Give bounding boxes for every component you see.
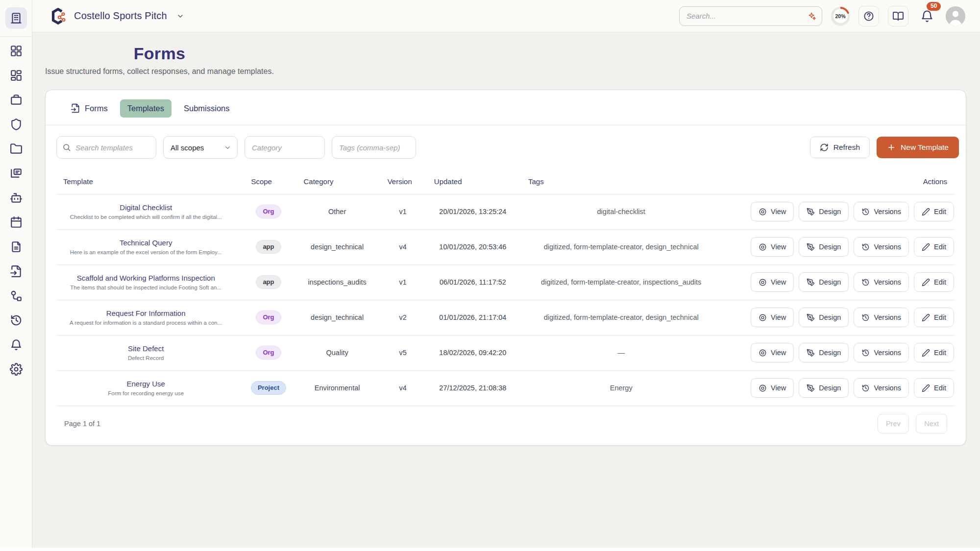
column-template: Template: [56, 169, 235, 194]
sidebar-item-active-building[interactable]: [5, 7, 27, 29]
global-search-input[interactable]: [679, 6, 822, 26]
tags-filter-input[interactable]: [332, 136, 416, 159]
category-cell: inspections_audits: [302, 264, 373, 300]
new-template-button[interactable]: New Template: [877, 137, 959, 158]
scope-badge: Org: [256, 311, 281, 324]
design-button[interactable]: Design: [799, 343, 849, 362]
avatar[interactable]: [946, 6, 965, 26]
history-icon[interactable]: [10, 314, 23, 327]
history-icon: [861, 384, 870, 392]
briefcase-icon[interactable]: [10, 94, 23, 106]
view-button[interactable]: View: [751, 308, 794, 327]
view-button[interactable]: View: [751, 343, 794, 362]
design-button[interactable]: Design: [799, 308, 849, 327]
shield-icon[interactable]: [10, 118, 23, 131]
table-row[interactable]: Site Defect Defect Record Org Quality v5…: [56, 335, 955, 370]
view-button[interactable]: View: [751, 272, 794, 292]
workflow-icon[interactable]: [10, 289, 23, 302]
scope-select[interactable]: All scopes: [163, 136, 238, 159]
versions-button[interactable]: Versions: [854, 343, 909, 362]
docs-button[interactable]: [888, 6, 908, 26]
versions-button[interactable]: Versions: [854, 202, 909, 221]
tab-submissions[interactable]: Submissions: [176, 99, 237, 118]
edit-button[interactable]: Edit: [914, 202, 954, 221]
template-name[interactable]: Site Defect: [56, 344, 235, 353]
tags-cell: digital-checklist: [513, 194, 730, 229]
version-cell: v5: [373, 335, 433, 370]
column-scope: Scope: [235, 169, 301, 194]
help-button[interactable]: [858, 6, 879, 26]
design-button[interactable]: Design: [799, 272, 849, 292]
page-title: Forms: [45, 44, 274, 63]
template-name[interactable]: Energy Use: [56, 380, 235, 388]
action-label: Versions: [874, 243, 901, 251]
table-row[interactable]: Technical Query Here is an example of th…: [56, 229, 955, 264]
edit-button[interactable]: Edit: [914, 378, 954, 398]
templates-table: Template Scope Category Version Updated …: [56, 169, 955, 406]
tab-forms[interactable]: Forms: [63, 99, 115, 118]
usage-progress-ring[interactable]: 20%: [831, 7, 850, 25]
template-name[interactable]: Scaffold and Working Platforms Inspectio…: [56, 274, 235, 282]
history-icon: [861, 278, 870, 287]
prev-page-button[interactable]: Prev: [878, 414, 909, 433]
settings-icon[interactable]: [10, 363, 23, 376]
chevron-down-icon: [176, 12, 184, 20]
pen-tool-icon: [807, 313, 815, 322]
action-label: Versions: [874, 384, 901, 392]
edit-button[interactable]: Edit: [914, 343, 954, 362]
versions-button[interactable]: Versions: [854, 308, 909, 327]
org-switcher[interactable]: Costello Sports Pitch: [49, 7, 184, 25]
updated-cell: 06/01/2026, 11:17:52: [433, 264, 513, 300]
design-button[interactable]: Design: [799, 237, 849, 257]
layout-dashboard-icon[interactable]: [10, 69, 23, 82]
main-content: Forms Issue structured forms, collect re…: [32, 32, 980, 446]
view-button[interactable]: View: [751, 378, 794, 398]
eye-icon: [759, 243, 767, 251]
notifications-button[interactable]: 50: [920, 9, 934, 23]
layout-grid-icon[interactable]: [10, 45, 23, 57]
template-name[interactable]: Technical Query: [56, 239, 235, 247]
edit-button[interactable]: Edit: [914, 308, 954, 327]
template-name[interactable]: Request For Information: [56, 309, 235, 317]
edit-button[interactable]: Edit: [914, 237, 954, 257]
tab-bar: Forms Templates Submissions: [46, 90, 966, 125]
actions-cell: ViewDesignVersionsEdit: [730, 370, 955, 406]
history-icon: [861, 208, 870, 216]
versions-button[interactable]: Versions: [854, 272, 909, 292]
table-row[interactable]: Scaffold and Working Platforms Inspectio…: [56, 264, 955, 300]
table-row[interactable]: Digital Checklist Checklist to be comple…: [56, 194, 955, 229]
action-label: Edit: [934, 243, 946, 251]
table-row[interactable]: Request For Information A request for in…: [56, 300, 955, 335]
view-button[interactable]: View: [751, 237, 794, 257]
view-button[interactable]: View: [751, 202, 794, 221]
category-filter-input[interactable]: [245, 136, 325, 159]
bell-icon[interactable]: [10, 338, 23, 351]
tab-templates[interactable]: Templates: [120, 99, 172, 118]
edit-button[interactable]: Edit: [914, 272, 954, 292]
file-text-icon[interactable]: [10, 240, 23, 253]
calendar-icon[interactable]: [10, 216, 23, 229]
bot-icon[interactable]: [10, 192, 23, 204]
folder-icon[interactable]: [10, 143, 23, 155]
updated-cell: 27/12/2025, 21:08:38: [433, 370, 513, 406]
file-input-icon[interactable]: [10, 265, 23, 278]
version-cell: v2: [373, 300, 433, 335]
refresh-button[interactable]: Refresh: [810, 137, 870, 158]
report-chart-icon[interactable]: [10, 167, 23, 180]
sparkles-icon[interactable]: [807, 11, 817, 21]
templates-table-wrap: Template Scope Category Version Updated …: [46, 169, 966, 445]
template-description: Form for recording energy use: [58, 390, 234, 396]
action-label: Design: [819, 349, 841, 357]
pencil-icon: [922, 243, 930, 251]
next-page-button[interactable]: Next: [916, 414, 947, 433]
version-cell: v1: [373, 264, 433, 300]
table-row[interactable]: Energy Use Form for recording energy use…: [56, 370, 955, 406]
design-button[interactable]: Design: [799, 378, 849, 398]
versions-button[interactable]: Versions: [854, 378, 909, 398]
design-button[interactable]: Design: [799, 202, 849, 221]
updated-cell: 18/02/2026, 09:42:20: [433, 335, 513, 370]
template-search-input[interactable]: [56, 136, 156, 159]
app-logo: [49, 7, 68, 25]
versions-button[interactable]: Versions: [854, 237, 909, 257]
template-name[interactable]: Digital Checklist: [56, 203, 235, 212]
